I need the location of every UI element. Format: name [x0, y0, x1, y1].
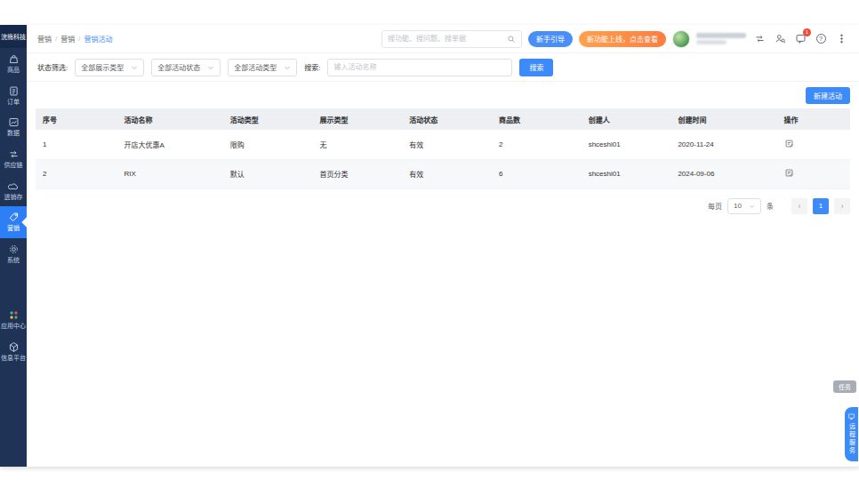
cell-seq: 2	[36, 159, 117, 188]
gear-icon	[8, 244, 20, 255]
sidebar-item-marketing[interactable]: 营销	[0, 206, 27, 238]
sidebar-item-data[interactable]: 数据	[0, 111, 27, 143]
status-filter-label: 状态筛选:	[37, 62, 68, 72]
col-actions: 操作	[777, 108, 851, 130]
username-redacted[interactable]	[696, 33, 746, 44]
display-type-select[interactable]: 全部展示类型	[75, 59, 144, 76]
chevron-down-icon	[207, 64, 214, 71]
guide-button[interactable]: 新手引导	[528, 31, 573, 47]
app-window: 浣熊科技 商品 订单 数据 供应链 进销存	[0, 25, 859, 467]
task-float-tag[interactable]: 任务	[833, 380, 856, 393]
avatar[interactable]	[672, 30, 690, 48]
col-display-type: 展示类型	[312, 108, 402, 130]
activity-type-select-value: 全部活动类型	[234, 62, 277, 72]
swap-icon	[754, 33, 766, 44]
remote-service-ribbon[interactable]: 远程服务	[845, 407, 858, 461]
search-button[interactable]: 搜索	[519, 59, 553, 76]
create-activity-button[interactable]: 新建活动	[806, 87, 850, 104]
find-user-button[interactable]	[773, 32, 787, 46]
breadcrumb-item[interactable]: 营销	[37, 34, 52, 44]
page-number-current[interactable]: 1	[813, 198, 829, 214]
activity-type-select[interactable]: 全部活动类型	[228, 59, 297, 76]
sidebar-item-label: 应用中心	[1, 323, 26, 330]
sidebar-item-label: 商品	[7, 67, 20, 74]
sidebar-item-inventory[interactable]: 进销存	[0, 175, 27, 207]
tag-icon	[8, 212, 20, 223]
cell-creator: shceshi01	[582, 159, 671, 188]
help-button[interactable]: ?	[814, 32, 828, 46]
message-badge: 1	[803, 28, 811, 36]
col-activity-status: 活动状态	[402, 108, 492, 130]
prev-page-button[interactable]: ‹	[791, 198, 807, 214]
pagination: 每页 10 条 ‹ 1 ›	[36, 198, 850, 214]
cell-seq: 1	[36, 130, 117, 159]
activity-name-input[interactable]	[327, 59, 512, 76]
breadcrumb: 营销 / 营销 / 营销活动	[37, 34, 112, 44]
cell-activity-status: 有效	[402, 159, 492, 188]
per-page-unit-label: 条	[767, 201, 774, 211]
platform-icon	[8, 341, 20, 353]
username-blur-line	[696, 33, 746, 38]
col-created-at: 创建时间	[670, 108, 776, 130]
edit-form-icon	[784, 168, 794, 178]
more-menu-button[interactable]	[834, 32, 848, 46]
edit-activity-button[interactable]	[784, 168, 794, 178]
person-search-icon	[775, 33, 786, 44]
sidebar-item-orders[interactable]: 订单	[0, 80, 27, 112]
sidebar-item-supply-chain[interactable]: 供应链	[0, 143, 27, 175]
per-page-value: 10	[734, 202, 742, 210]
sidebar-item-system[interactable]: 系统	[0, 238, 27, 270]
cell-created-at: 2024-09-06	[670, 159, 776, 188]
monitor-icon	[847, 412, 855, 420]
content-area: 新建活动 序号 活动名称 活动类型 展示类型 活动状态	[27, 82, 859, 467]
sidebar-item-label: 数据	[7, 130, 20, 137]
apps-icon	[8, 309, 20, 321]
remote-service-label: 远程服务	[847, 423, 856, 455]
app-logo: 浣熊科技	[0, 25, 27, 48]
search-filter-label: 搜索:	[304, 62, 320, 72]
display-type-select-value: 全部展示类型	[81, 62, 124, 72]
cell-activity-name: RIX	[117, 159, 223, 188]
search-icon[interactable]	[507, 35, 516, 44]
sidebar-item-app-center[interactable]: 应用中心	[0, 304, 27, 336]
username-blur-subline	[696, 40, 727, 44]
kebab-menu-icon	[836, 33, 847, 44]
sidebar-item-info-platform[interactable]: 信息平台	[0, 336, 27, 368]
sidebar-item-label: 系统	[7, 257, 20, 264]
edit-activity-button[interactable]	[784, 139, 794, 148]
messages-button[interactable]: 1	[793, 32, 807, 46]
cell-display-type: 无	[312, 130, 402, 159]
table-row: 2 RIX 默认 首页分类 有效 6 shceshi01 2024-09-06	[36, 159, 850, 188]
cell-activity-type: 默认	[223, 159, 313, 188]
switch-account-button[interactable]	[752, 32, 767, 46]
cell-activity-name: 开店大优惠A	[117, 130, 223, 159]
sidebar-item-label: 订单	[7, 99, 20, 106]
order-icon	[8, 85, 20, 97]
breadcrumb-item[interactable]: 营销	[60, 34, 75, 44]
table-header-row: 序号 活动名称 活动类型 展示类型 活动状态 商品数 创建人 创建时间 操作	[36, 108, 850, 130]
per-page-label: 每页	[708, 201, 722, 211]
cell-display-type: 首页分类	[312, 159, 402, 188]
bag-icon	[8, 53, 20, 65]
main-area: 营销 / 营销 / 营销活动 新手引导 新功能上线，点击查看	[27, 25, 859, 467]
topbar: 营销 / 营销 / 营销活动 新手引导 新功能上线，点击查看	[27, 25, 859, 53]
activity-status-select[interactable]: 全部活动状态	[151, 59, 221, 76]
next-page-button[interactable]: ›	[834, 198, 850, 214]
chevron-down-icon	[131, 64, 138, 71]
breadcrumb-separator: /	[55, 35, 57, 43]
cell-creator: shceshi01	[582, 130, 671, 159]
per-page-select[interactable]: 10	[727, 198, 761, 214]
sidebar-item-goods[interactable]: 商品	[0, 48, 27, 80]
global-search-input[interactable]	[388, 35, 503, 43]
col-activity-name: 活动名称	[117, 108, 223, 130]
sidebar-item-label: 进销存	[4, 194, 23, 201]
cell-activity-status: 有效	[402, 130, 492, 159]
edit-form-icon	[784, 139, 794, 148]
chart-icon	[8, 116, 20, 128]
cell-created-at: 2020-11-24	[670, 130, 776, 159]
table-row: 1 开店大优惠A 限购 无 有效 2 shceshi01 2020-11-24	[36, 130, 850, 159]
col-goods-count: 商品数	[492, 108, 582, 130]
col-creator: 创建人	[582, 108, 671, 130]
new-feature-button[interactable]: 新功能上线，点击查看	[579, 31, 666, 47]
help-icon: ?	[816, 34, 826, 44]
